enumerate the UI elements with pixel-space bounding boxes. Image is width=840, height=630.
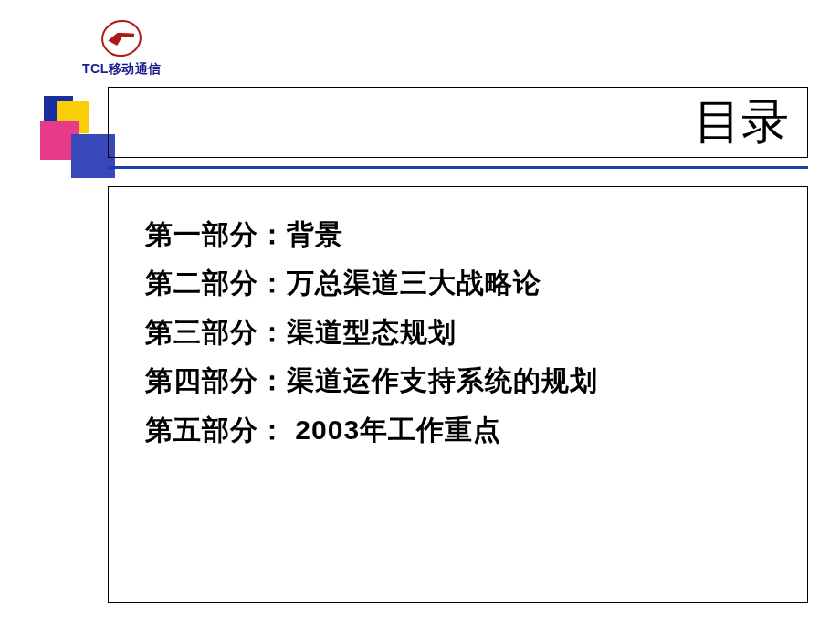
logo-brand: TCL (82, 61, 109, 76)
title-underline (108, 166, 808, 169)
toc-item-3: 第三部分：渠道型态规划 (145, 308, 771, 356)
toc-item-5: 第五部分： 2003年工作重点 (145, 405, 771, 454)
title-container: 目录 (108, 87, 808, 158)
toc-item-2: 第二部分：万总渠道三大战略论 (145, 258, 771, 307)
content-container: 第一部分：背景 第二部分：万总渠道三大战略论 第三部分：渠道型态规划 第四部分：… (108, 186, 808, 603)
toc-item-4: 第四部分：渠道运作支持系统的规划 (145, 356, 771, 404)
logo-suffix: 移动通信 (109, 61, 162, 76)
logo-text: TCL移动通信 (82, 61, 162, 78)
toc-item-1: 第一部分：背景 (145, 210, 771, 258)
slide-title: 目录 (694, 90, 789, 154)
brand-logo: TCL移动通信 (82, 20, 162, 78)
decorative-squares (35, 96, 117, 178)
logo-icon (99, 16, 144, 59)
logo-swoosh-icon (107, 30, 136, 47)
